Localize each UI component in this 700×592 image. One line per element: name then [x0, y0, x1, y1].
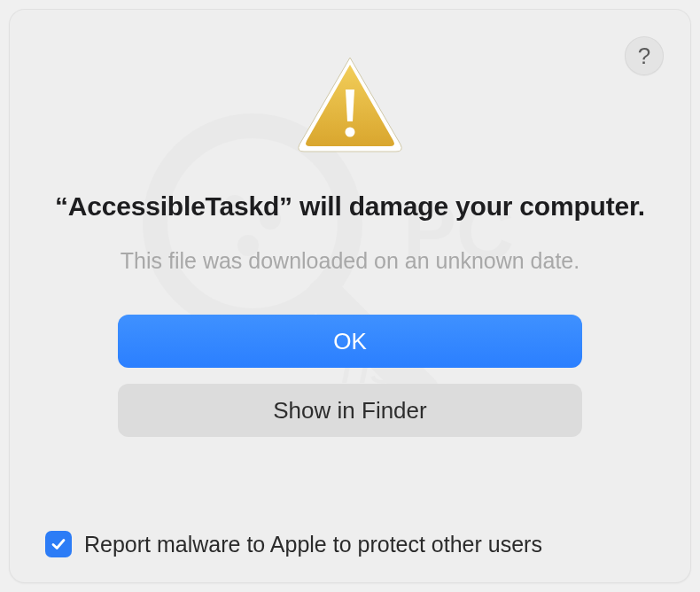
button-group: OK Show in Finder: [118, 315, 582, 437]
help-icon: ?: [638, 43, 650, 70]
checkmark-icon: [50, 535, 67, 553]
help-button[interactable]: ?: [625, 36, 664, 75]
ok-button[interactable]: OK: [118, 315, 582, 368]
report-malware-checkbox[interactable]: [45, 531, 72, 557]
report-malware-row[interactable]: Report malware to Apple to protect other…: [42, 531, 658, 557]
report-malware-label: Report malware to Apple to protect other…: [84, 532, 542, 557]
warning-icon: [292, 52, 408, 162]
show-in-finder-button[interactable]: Show in Finder: [118, 384, 582, 437]
alert-title: “AccessibleTaskd” will damage your compu…: [55, 189, 645, 223]
alert-subtitle: This file was downloaded on an unknown d…: [121, 248, 579, 274]
alert-dialog: PC risk ? “AccessibleTaskd” will damage …: [9, 9, 691, 583]
svg-point-7: [346, 128, 355, 137]
